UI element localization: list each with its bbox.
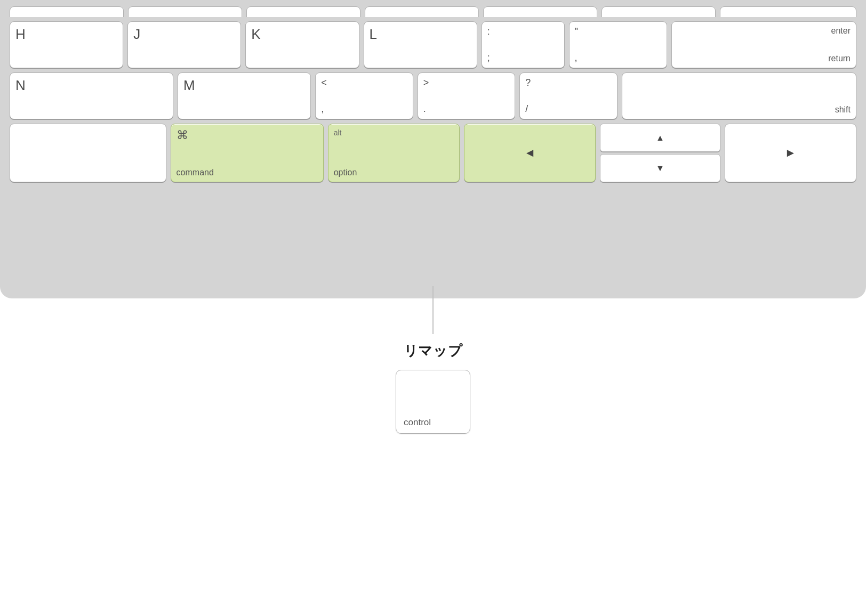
key-partial-2 <box>128 6 242 17</box>
key-n-label: N <box>15 77 26 94</box>
key-period-bottom: . <box>423 103 510 115</box>
key-partial-4 <box>365 6 479 17</box>
key-slash-top: ? <box>525 77 612 88</box>
key-semicolon[interactable]: : ; <box>482 21 565 68</box>
key-k[interactable]: K <box>245 21 359 68</box>
key-comma[interactable]: < , <box>315 72 413 119</box>
key-comma-dual: < , <box>321 77 407 115</box>
control-key-box: control <box>396 370 470 434</box>
keyboard: H J K L : ; " , <box>0 0 866 298</box>
key-semicolon-bottom: ; <box>487 52 559 63</box>
command-icon: ⌘ <box>177 128 188 142</box>
key-option-top: alt <box>334 128 454 137</box>
control-key-label: control <box>404 417 431 428</box>
keyboard-row-3: ⌘ command alt option ◄ ▲ ▼ <box>10 124 856 182</box>
key-shift[interactable]: shift <box>622 72 856 119</box>
key-slash-dual: ? / <box>525 77 612 115</box>
keyboard-row-0 <box>10 6 856 17</box>
key-h[interactable]: H <box>10 21 123 68</box>
connector-line <box>432 286 434 334</box>
key-command-label: command <box>177 168 214 177</box>
key-slash[interactable]: ? / <box>519 72 618 119</box>
key-partial-3 <box>246 6 360 17</box>
left-arrow-icon: ◄ <box>524 146 536 160</box>
key-period-top: > <box>423 77 510 88</box>
key-m[interactable]: M <box>178 72 311 119</box>
key-enter[interactable]: enter return <box>671 21 856 68</box>
key-option-bottom: option <box>334 168 454 177</box>
key-up-arrow[interactable]: ▲ <box>600 124 720 152</box>
up-arrow-icon: ▲ <box>656 133 664 143</box>
keyboard-row-1: H J K L : ; " , <box>10 21 856 68</box>
key-quote-bottom: , <box>575 52 662 63</box>
key-l-label: L <box>370 26 377 43</box>
right-arrow-icon: ► <box>784 146 796 160</box>
key-partial-5 <box>483 6 597 17</box>
key-enter-top: enter <box>677 26 851 36</box>
key-spacer[interactable] <box>10 124 166 182</box>
key-partial-6 <box>602 6 716 17</box>
key-partial-1 <box>10 6 124 17</box>
key-down-arrow[interactable]: ▼ <box>600 154 720 182</box>
key-quote-dual: " , <box>575 26 662 63</box>
key-k-label: K <box>251 26 260 43</box>
key-period-dual: > . <box>423 77 510 115</box>
key-period[interactable]: > . <box>418 72 516 119</box>
key-j[interactable]: J <box>127 21 241 68</box>
key-command[interactable]: ⌘ command <box>171 124 324 182</box>
key-h-label: H <box>15 26 26 43</box>
key-l[interactable]: L <box>364 21 477 68</box>
key-semicolon-dual: : ; <box>487 26 559 63</box>
key-quote-top: " <box>575 26 662 37</box>
remap-label: リマップ <box>404 342 462 360</box>
key-option[interactable]: alt option <box>328 124 460 182</box>
key-n[interactable]: N <box>10 72 173 119</box>
remap-connector-area: リマップ control <box>396 286 470 434</box>
key-enter-bottom: return <box>677 54 851 63</box>
key-semicolon-top: : <box>487 26 559 37</box>
key-comma-top: < <box>321 77 407 88</box>
key-quote[interactable]: " , <box>569 21 668 68</box>
key-right-arrow[interactable]: ► <box>725 124 856 182</box>
key-comma-bottom: , <box>321 103 407 115</box>
keyboard-row-2: N M < , > . ? / <box>10 72 856 119</box>
key-option-dual: alt option <box>334 128 454 177</box>
key-slash-bottom: / <box>525 103 612 115</box>
key-left-arrow[interactable]: ◄ <box>464 124 596 182</box>
key-shift-label: shift <box>628 105 851 115</box>
down-arrow-icon: ▼ <box>656 164 664 173</box>
key-partial-backslash <box>720 6 856 17</box>
key-j-label: J <box>133 26 140 43</box>
arrow-cluster: ▲ ▼ <box>600 124 720 182</box>
key-m-label: M <box>183 77 195 94</box>
